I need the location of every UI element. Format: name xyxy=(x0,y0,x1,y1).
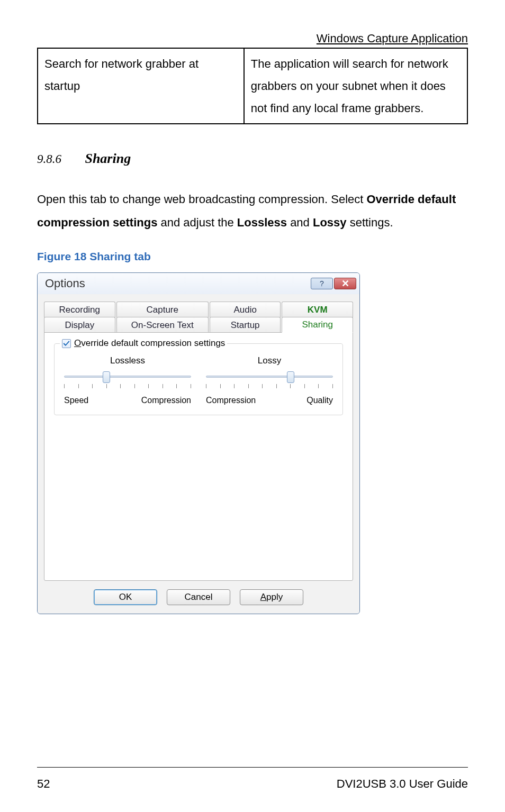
figure-caption: Figure 18 Sharing tab xyxy=(37,250,468,263)
help-button[interactable]: ? xyxy=(311,278,333,289)
options-dialog: Options ? ✕ Recording Capture Audio KVM … xyxy=(37,272,360,614)
page-number: 52 xyxy=(37,777,50,791)
tab-audio[interactable]: Audio xyxy=(210,302,281,317)
dialog-body: Recording Capture Audio KVM Display On-S… xyxy=(38,294,359,614)
tab-display[interactable]: Display xyxy=(44,317,115,333)
check-icon xyxy=(63,340,70,347)
guide-title: DVI2USB 3.0 User Guide xyxy=(337,777,468,791)
feature-name-cell: Search for network grabber at startup xyxy=(38,48,244,124)
tab-capture[interactable]: Capture xyxy=(116,302,209,317)
table-row: Search for network grabber at startup Th… xyxy=(38,48,467,124)
tab-row-front: Display On-Screen Text Startup Sharing xyxy=(44,317,353,333)
running-header: Windows Capture Application xyxy=(37,32,468,45)
lossy-slider[interactable] xyxy=(206,370,333,390)
lossless-left-label: Speed xyxy=(64,396,88,405)
dialog-title: Options xyxy=(45,277,310,290)
tab-sharing[interactable]: Sharing xyxy=(282,317,353,333)
page-footer: 52 DVI2USB 3.0 User Guide xyxy=(37,768,468,791)
section-heading: 9.8.6 Sharing xyxy=(37,151,468,167)
body-paragraph: Open this tab to change web broadcasting… xyxy=(37,188,468,234)
override-checkbox[interactable] xyxy=(62,339,71,348)
lossy-title: Lossy xyxy=(206,355,333,366)
lossless-slider[interactable] xyxy=(64,370,191,390)
lossless-right-label: Compression xyxy=(141,396,191,405)
feature-desc-cell: The application will search for network … xyxy=(244,48,467,124)
section-number: 9.8.6 xyxy=(37,152,61,166)
tab-row-back: Recording Capture Audio KVM xyxy=(44,302,353,317)
tab-kvm[interactable]: KVM xyxy=(282,302,353,317)
dialog-button-row: OK Cancel Apply xyxy=(44,581,353,606)
tab-startup[interactable]: Startup xyxy=(210,317,281,333)
help-icon: ? xyxy=(320,279,324,288)
sharing-tab-panel: Override default compression settings Lo… xyxy=(44,332,353,581)
lossy-left-label: Compression xyxy=(206,396,256,405)
lossless-slider-block: Lossless Speed Compression xyxy=(64,355,191,405)
override-checkbox-row[interactable]: Override default compression settings xyxy=(60,338,227,349)
lossy-right-label: Quality xyxy=(306,396,333,405)
tab-recording[interactable]: Recording xyxy=(44,302,115,317)
override-checkbox-label: Override default compression settings xyxy=(74,338,225,349)
apply-button[interactable]: Apply xyxy=(240,589,303,605)
ok-button[interactable]: OK xyxy=(94,589,157,605)
lossless-title: Lossless xyxy=(64,355,191,366)
close-icon: ✕ xyxy=(341,278,349,289)
tab-onscreen-text[interactable]: On-Screen Text xyxy=(116,317,209,333)
titlebar: Options ? ✕ xyxy=(38,273,359,294)
lossy-slider-block: Lossy Compression Quality xyxy=(206,355,333,405)
compression-groupbox: Override default compression settings Lo… xyxy=(54,343,343,415)
close-button[interactable]: ✕ xyxy=(334,278,356,289)
feature-table: Search for network grabber at startup Th… xyxy=(37,48,468,124)
cancel-button[interactable]: Cancel xyxy=(167,589,230,605)
section-title: Sharing xyxy=(85,151,131,166)
